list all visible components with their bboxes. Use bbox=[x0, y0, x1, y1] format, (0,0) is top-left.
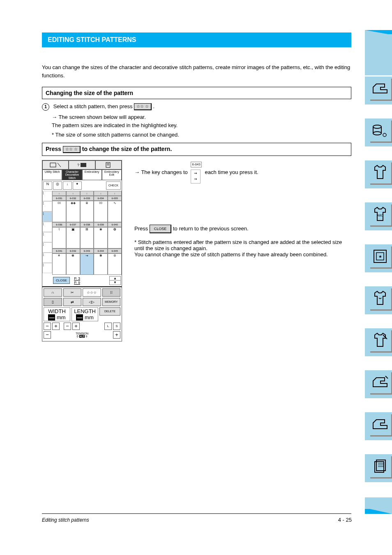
screen-tool-1[interactable]: N bbox=[43, 181, 52, 190]
ctrl-size[interactable]: ☆☆☆ bbox=[83, 288, 101, 297]
screen-tab-utility[interactable]: Utility Stitch bbox=[42, 170, 62, 180]
grid-hdr: ↓ bbox=[66, 191, 80, 196]
screen-cat-7[interactable]: ⦚ bbox=[42, 253, 52, 263]
grid-hdr: ↓ bbox=[80, 191, 94, 196]
screen-cat-3[interactable]: ⦚ bbox=[42, 211, 52, 222]
screen-page-arrows[interactable]: ▲▼ bbox=[109, 276, 121, 285]
inline-pattern-sample: ⇝⇝ bbox=[191, 170, 201, 183]
screen-tool-4[interactable]: ✦ bbox=[73, 181, 82, 190]
sidebar-tab-3[interactable] bbox=[365, 160, 392, 188]
ls-s[interactable]: S bbox=[113, 323, 120, 330]
screen-page-indicator[interactable]: P. 3 P. 9 bbox=[74, 276, 80, 285]
ctrl-mirror-h[interactable]: ⇄ bbox=[63, 298, 82, 306]
sidebar-tab-4[interactable]: ABC bbox=[365, 202, 392, 230]
footer-divider bbox=[42, 513, 351, 514]
sidebar-tab-10[interactable] bbox=[365, 454, 392, 482]
page-title-banner: EDITING STITCH PATTERNS bbox=[42, 33, 351, 47]
pattern-6-033[interactable]: ※ bbox=[80, 201, 94, 222]
screen-cat-6[interactable]: ⦚ bbox=[42, 242, 52, 253]
length-label: LENGTH bbox=[72, 308, 97, 314]
grid-code: 6-037 bbox=[66, 222, 80, 227]
presser-foot-icon bbox=[49, 162, 62, 168]
page-icon bbox=[104, 162, 113, 168]
length-minus[interactable]: − bbox=[64, 323, 71, 330]
pattern-6-044[interactable]: ❃ bbox=[94, 253, 108, 275]
tension-plus[interactable]: + bbox=[113, 331, 120, 339]
tshirt-icon bbox=[371, 163, 390, 182]
ctrl-needle[interactable]: ⁞⁞ bbox=[102, 288, 121, 297]
screen-tab-embroidery[interactable]: Embroidery bbox=[82, 170, 102, 180]
ctrl-delete[interactable]: DELETE bbox=[99, 307, 120, 316]
grid-code: 6-039 bbox=[94, 222, 108, 227]
sidebar-tab-5[interactable]: ★ bbox=[365, 244, 392, 272]
pattern-6-035[interactable]: ∿ bbox=[108, 201, 122, 222]
machine-screen-panel: ? Utility Stitch Character Decorative St… bbox=[42, 160, 122, 341]
step-1: 1 Select a stitch pattern, then press ☆☆… bbox=[42, 103, 351, 111]
screen-cat-5[interactable]: ⦚ bbox=[42, 232, 52, 242]
sidebar-tab-1[interactable] bbox=[365, 77, 392, 104]
sidebar-tab-6[interactable] bbox=[365, 286, 392, 314]
pattern-6-039[interactable]: ❀ bbox=[94, 227, 108, 248]
sidebar-tab-2[interactable] bbox=[365, 118, 392, 146]
grid-code: 6-034 bbox=[94, 196, 108, 201]
length-plus[interactable]: + bbox=[72, 323, 80, 330]
step-number-1: 1 bbox=[42, 103, 49, 111]
screen-cat-1[interactable]: ⦚ bbox=[42, 191, 52, 201]
tshirt-design-icon bbox=[371, 289, 390, 308]
sidebar-tab-8[interactable] bbox=[365, 370, 392, 398]
pattern-6-036[interactable]: ⌇ bbox=[52, 227, 66, 248]
screen-tool-2[interactable]: ◎ bbox=[53, 181, 62, 190]
tshirt-edit-icon bbox=[371, 331, 390, 350]
svg-point-2 bbox=[383, 133, 386, 137]
size-icon-button-2[interactable]: ☆☆ ☆ bbox=[63, 146, 81, 153]
svg-text:ABC: ABC bbox=[377, 214, 383, 217]
ctrl-memory[interactable]: MEMORY bbox=[102, 298, 121, 306]
svg-text:★: ★ bbox=[378, 254, 382, 259]
pattern-6-038[interactable]: ⊞ bbox=[80, 227, 94, 248]
grid-code: 6-044 bbox=[94, 248, 108, 253]
close-button-inline[interactable]: CLOSE bbox=[150, 225, 172, 233]
grid-code: 6-045 bbox=[108, 248, 122, 253]
pattern-6-043[interactable]: ⇝ bbox=[80, 253, 94, 275]
machine-plain-icon bbox=[371, 415, 390, 434]
grid-hdr: ↓ bbox=[52, 191, 66, 196]
screen-top-foot-icon bbox=[42, 160, 69, 170]
screen-close-button[interactable]: CLOSE bbox=[53, 277, 70, 284]
ctrl-mirror-v[interactable]: ◁▷ bbox=[83, 298, 101, 306]
ls-l[interactable]: L bbox=[104, 323, 112, 330]
pattern-6-031[interactable]: ◊◊ bbox=[52, 201, 66, 222]
ctrl-reinforce[interactable]: ∩ bbox=[44, 288, 62, 297]
pattern-6-032[interactable]: ◈◈ bbox=[66, 201, 80, 222]
screen-top-page-icon[interactable] bbox=[95, 160, 122, 170]
pattern-6-037[interactable]: ▣ bbox=[66, 227, 80, 248]
screen-tab-decorative[interactable]: Character Decorative Stitch bbox=[62, 170, 82, 180]
footer-page-number: 4 - 25 bbox=[338, 517, 352, 523]
size-icon-button[interactable]: ☆☆ ☆ bbox=[134, 103, 152, 110]
grid-code: 6-033 bbox=[80, 196, 94, 201]
screen-check-button[interactable]: CHECK bbox=[106, 181, 121, 190]
grid-code: 6-032 bbox=[66, 196, 80, 201]
pattern-6-041[interactable]: ⚘ bbox=[52, 253, 66, 275]
screen-cat-2[interactable]: ⦚ bbox=[42, 201, 52, 211]
screen-cat-8[interactable]: ⦚ bbox=[42, 263, 52, 273]
tshirt-abc-icon: ABC bbox=[371, 205, 390, 224]
screen-tool-3[interactable]: ↓ bbox=[63, 181, 72, 190]
pattern-6-040[interactable]: ✿ bbox=[108, 227, 122, 248]
pattern-6-045[interactable]: ❊ bbox=[108, 253, 122, 275]
note-2-text: Stitch patterns entered after the patter… bbox=[134, 239, 342, 258]
pattern-6-042[interactable]: ❋ bbox=[66, 253, 80, 275]
width-plus[interactable]: + bbox=[52, 323, 60, 330]
sidebar-tab-9[interactable] bbox=[365, 412, 392, 440]
screen-top-help-icon[interactable]: ? bbox=[69, 160, 95, 170]
width-minus[interactable]: − bbox=[44, 323, 51, 330]
pattern-6-034[interactable]: ◊◊ bbox=[94, 201, 108, 222]
ctrl-single[interactable]: ▯ bbox=[44, 298, 62, 306]
tension-minus[interactable]: − bbox=[44, 331, 51, 339]
screen-tab-edit[interactable]: Embroidery Edit bbox=[102, 170, 122, 180]
screen-cat-4[interactable]: ⦚ bbox=[42, 222, 52, 232]
grid-code: 6-035 bbox=[108, 196, 122, 201]
help-machine-icon: ? bbox=[76, 162, 88, 168]
sidebar-tab-7[interactable] bbox=[365, 328, 392, 356]
tension-label: TENSION bbox=[52, 332, 112, 335]
ctrl-cut[interactable]: ✂ bbox=[63, 288, 82, 297]
